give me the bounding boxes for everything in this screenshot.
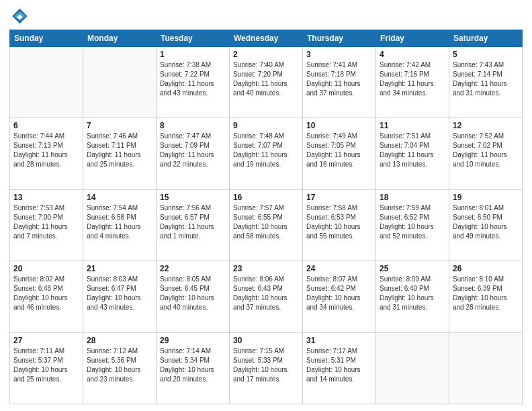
calendar-day-cell: 3Sunrise: 7:41 AM Sunset: 7:18 PM Daylig… xyxy=(303,47,376,118)
calendar-day-cell: 24Sunrise: 8:07 AM Sunset: 6:42 PM Dayli… xyxy=(303,261,376,332)
calendar-day-cell: 15Sunrise: 7:56 AM Sunset: 6:57 PM Dayli… xyxy=(157,189,230,261)
day-info: Sunrise: 7:14 AM Sunset: 5:34 PM Dayligh… xyxy=(160,347,226,384)
day-number: 10 xyxy=(306,121,372,130)
day-number: 26 xyxy=(453,264,519,273)
calendar-table: SundayMondayTuesdayWednesdayThursdayFrid… xyxy=(9,30,523,404)
day-info: Sunrise: 7:12 AM Sunset: 5:36 PM Dayligh… xyxy=(87,347,152,384)
day-of-week-header: Wednesday xyxy=(230,30,303,47)
calendar-day-cell: 12Sunrise: 7:52 AM Sunset: 7:02 PM Dayli… xyxy=(449,118,523,189)
day-number: 23 xyxy=(233,264,299,273)
day-info: Sunrise: 7:54 AM Sunset: 6:58 PM Dayligh… xyxy=(87,203,152,241)
day-info: Sunrise: 7:44 AM Sunset: 7:13 PM Dayligh… xyxy=(13,132,79,169)
calendar-day-cell: 18Sunrise: 7:59 AM Sunset: 6:52 PM Dayli… xyxy=(376,189,449,261)
calendar-day-cell: 19Sunrise: 8:01 AM Sunset: 6:50 PM Dayli… xyxy=(449,189,523,261)
day-info: Sunrise: 8:09 AM Sunset: 6:40 PM Dayligh… xyxy=(380,275,445,312)
calendar-day-cell: 8Sunrise: 7:47 AM Sunset: 7:09 PM Daylig… xyxy=(157,118,230,189)
day-of-week-header: Monday xyxy=(83,30,157,47)
calendar-day-cell: 2Sunrise: 7:40 AM Sunset: 7:20 PM Daylig… xyxy=(230,47,303,118)
calendar-day-cell: 22Sunrise: 8:05 AM Sunset: 6:45 PM Dayli… xyxy=(157,261,230,332)
calendar-day-cell: 17Sunrise: 7:58 AM Sunset: 6:53 PM Dayli… xyxy=(303,189,376,261)
day-number: 18 xyxy=(380,193,445,202)
day-info: Sunrise: 7:41 AM Sunset: 7:18 PM Dayligh… xyxy=(306,60,372,98)
day-number: 5 xyxy=(453,50,519,59)
day-number: 12 xyxy=(453,121,519,130)
calendar-week-row: 13Sunrise: 7:53 AM Sunset: 7:00 PM Dayli… xyxy=(10,189,523,261)
day-info: Sunrise: 7:11 AM Sunset: 5:37 PM Dayligh… xyxy=(13,347,79,384)
day-number: 14 xyxy=(87,193,152,202)
calendar-day-cell: 14Sunrise: 7:54 AM Sunset: 6:58 PM Dayli… xyxy=(83,189,157,261)
day-info: Sunrise: 7:52 AM Sunset: 7:02 PM Dayligh… xyxy=(453,132,519,169)
day-info: Sunrise: 8:03 AM Sunset: 6:47 PM Dayligh… xyxy=(87,275,152,312)
calendar-day-cell: 27Sunrise: 7:11 AM Sunset: 5:37 PM Dayli… xyxy=(10,332,83,404)
day-info: Sunrise: 8:07 AM Sunset: 6:42 PM Dayligh… xyxy=(306,275,372,312)
day-info: Sunrise: 8:02 AM Sunset: 6:48 PM Dayligh… xyxy=(13,275,79,312)
calendar-day-cell: 4Sunrise: 7:42 AM Sunset: 7:16 PM Daylig… xyxy=(376,47,449,118)
day-info: Sunrise: 7:53 AM Sunset: 7:00 PM Dayligh… xyxy=(13,203,79,241)
day-number: 1 xyxy=(160,50,226,59)
calendar-day-cell: 13Sunrise: 7:53 AM Sunset: 7:00 PM Dayli… xyxy=(10,189,83,261)
day-info: Sunrise: 8:05 AM Sunset: 6:45 PM Dayligh… xyxy=(160,275,226,312)
page: SundayMondayTuesdayWednesdayThursdayFrid… xyxy=(0,0,532,411)
day-info: Sunrise: 7:48 AM Sunset: 7:07 PM Dayligh… xyxy=(233,132,299,169)
day-info: Sunrise: 7:56 AM Sunset: 6:57 PM Dayligh… xyxy=(160,203,226,241)
day-of-week-header: Friday xyxy=(376,30,449,47)
calendar-day-cell: 5Sunrise: 7:43 AM Sunset: 7:14 PM Daylig… xyxy=(449,47,523,118)
day-info: Sunrise: 8:01 AM Sunset: 6:50 PM Dayligh… xyxy=(453,203,519,241)
day-number: 31 xyxy=(306,336,372,345)
calendar-week-row: 1Sunrise: 7:38 AM Sunset: 7:22 PM Daylig… xyxy=(10,47,523,118)
calendar-day-cell: 28Sunrise: 7:12 AM Sunset: 5:36 PM Dayli… xyxy=(83,332,157,404)
day-info: Sunrise: 7:57 AM Sunset: 6:55 PM Dayligh… xyxy=(233,203,299,241)
calendar-day-cell: 10Sunrise: 7:49 AM Sunset: 7:05 PM Dayli… xyxy=(303,118,376,189)
day-info: Sunrise: 7:43 AM Sunset: 7:14 PM Dayligh… xyxy=(453,60,519,98)
day-info: Sunrise: 7:46 AM Sunset: 7:11 PM Dayligh… xyxy=(87,132,152,169)
day-number: 20 xyxy=(13,264,79,273)
calendar-day-cell: 9Sunrise: 7:48 AM Sunset: 7:07 PM Daylig… xyxy=(230,118,303,189)
calendar-header-row: SundayMondayTuesdayWednesdayThursdayFrid… xyxy=(10,30,523,47)
calendar-day-cell xyxy=(83,47,157,118)
calendar-day-cell: 23Sunrise: 8:06 AM Sunset: 6:43 PM Dayli… xyxy=(230,261,303,332)
calendar-day-cell: 30Sunrise: 7:15 AM Sunset: 5:33 PM Dayli… xyxy=(230,332,303,404)
day-number: 11 xyxy=(380,121,445,130)
day-number: 9 xyxy=(233,121,299,130)
calendar-day-cell: 11Sunrise: 7:51 AM Sunset: 7:04 PM Dayli… xyxy=(376,118,449,189)
calendar-day-cell: 6Sunrise: 7:44 AM Sunset: 7:13 PM Daylig… xyxy=(10,118,83,189)
day-number: 17 xyxy=(306,193,372,202)
calendar-week-row: 20Sunrise: 8:02 AM Sunset: 6:48 PM Dayli… xyxy=(10,261,523,332)
calendar-day-cell: 26Sunrise: 8:10 AM Sunset: 6:39 PM Dayli… xyxy=(449,261,523,332)
day-info: Sunrise: 7:51 AM Sunset: 7:04 PM Dayligh… xyxy=(380,132,445,169)
day-info: Sunrise: 7:38 AM Sunset: 7:22 PM Dayligh… xyxy=(160,60,226,98)
day-of-week-header: Tuesday xyxy=(157,30,230,47)
calendar-day-cell: 29Sunrise: 7:14 AM Sunset: 5:34 PM Dayli… xyxy=(157,332,230,404)
day-number: 15 xyxy=(160,193,226,202)
calendar-day-cell xyxy=(449,332,523,404)
calendar-day-cell: 20Sunrise: 8:02 AM Sunset: 6:48 PM Dayli… xyxy=(10,261,83,332)
day-info: Sunrise: 7:17 AM Sunset: 5:31 PM Dayligh… xyxy=(306,347,372,384)
calendar-day-cell: 31Sunrise: 7:17 AM Sunset: 5:31 PM Dayli… xyxy=(303,332,376,404)
day-number: 22 xyxy=(160,264,226,273)
day-info: Sunrise: 7:42 AM Sunset: 7:16 PM Dayligh… xyxy=(380,60,445,98)
day-info: Sunrise: 7:58 AM Sunset: 6:53 PM Dayligh… xyxy=(306,203,372,241)
day-number: 28 xyxy=(87,336,152,345)
calendar-day-cell: 1Sunrise: 7:38 AM Sunset: 7:22 PM Daylig… xyxy=(157,47,230,118)
day-number: 19 xyxy=(453,193,519,202)
day-number: 6 xyxy=(13,121,79,130)
calendar-week-row: 6Sunrise: 7:44 AM Sunset: 7:13 PM Daylig… xyxy=(10,118,523,189)
logo xyxy=(9,7,31,26)
calendar-day-cell: 21Sunrise: 8:03 AM Sunset: 6:47 PM Dayli… xyxy=(83,261,157,332)
header xyxy=(9,7,523,26)
day-number: 27 xyxy=(13,336,79,345)
day-number: 24 xyxy=(306,264,372,273)
day-info: Sunrise: 7:49 AM Sunset: 7:05 PM Dayligh… xyxy=(306,132,372,169)
day-info: Sunrise: 8:10 AM Sunset: 6:39 PM Dayligh… xyxy=(453,275,519,312)
logo-icon xyxy=(9,7,28,26)
day-of-week-header: Saturday xyxy=(449,30,523,47)
day-number: 25 xyxy=(380,264,445,273)
day-info: Sunrise: 7:15 AM Sunset: 5:33 PM Dayligh… xyxy=(233,347,299,384)
day-number: 8 xyxy=(160,121,226,130)
day-number: 13 xyxy=(13,193,79,202)
calendar-day-cell: 25Sunrise: 8:09 AM Sunset: 6:40 PM Dayli… xyxy=(376,261,449,332)
day-info: Sunrise: 7:59 AM Sunset: 6:52 PM Dayligh… xyxy=(380,203,445,241)
day-number: 29 xyxy=(160,336,226,345)
calendar-week-row: 27Sunrise: 7:11 AM Sunset: 5:37 PM Dayli… xyxy=(10,332,523,404)
day-of-week-header: Thursday xyxy=(303,30,376,47)
